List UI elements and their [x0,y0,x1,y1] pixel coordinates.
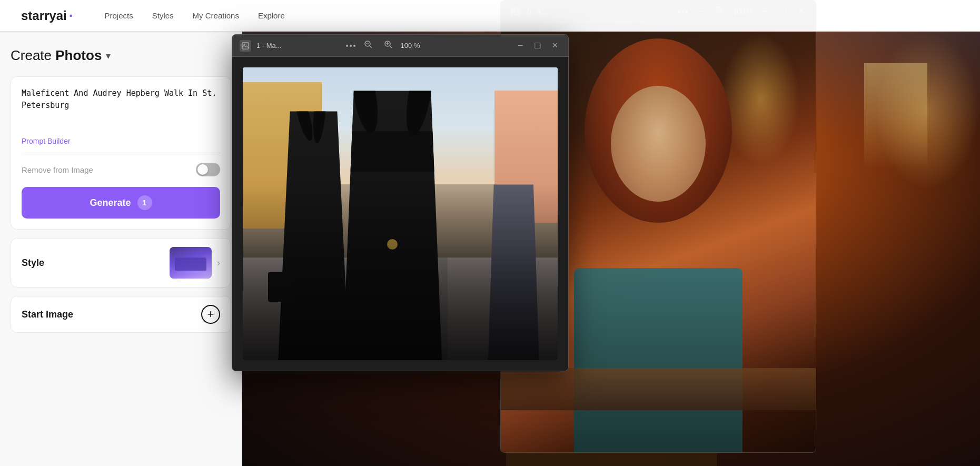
remove-toggle[interactable] [196,163,220,176]
prompt-input[interactable]: Maleficent And Audrey Hepberg Walk In St… [22,87,220,130]
logo-symbol: · [69,7,73,24]
top-navigation: starryai· Projects Styles My Creations E… [0,0,980,32]
svg-rect-6 [242,42,249,48]
generate-badge: 1 [137,195,152,210]
svg-point-7 [244,44,245,45]
maleficent-overlay [243,184,558,360]
window-front-minimize[interactable]: − [514,39,527,52]
logo-text: starryai [21,8,67,23]
window-front: 1 - Ma... 100 % − □ × [232,34,569,371]
create-title-chevron[interactable]: ▾ [106,50,111,62]
prompt-builder-link[interactable]: Prompt Builder [22,137,220,145]
window-front-close[interactable]: × [549,39,561,52]
style-label: Style [22,257,44,269]
create-normal-text: Create [11,47,55,63]
nav-my-creations[interactable]: My Creations [193,11,239,20]
style-card[interactable]: Style Photography › [11,238,231,287]
generate-button-label: Generate [90,197,131,209]
window-front-menu-dots[interactable] [346,45,355,47]
window-front-titlebar: 1 - Ma... 100 % − □ × [232,35,568,57]
prompt-card: Maleficent And Audrey Hepberg Walk In St… [11,76,231,230]
nav-explore[interactable]: Explore [258,11,285,20]
create-title-text: Create Photos [11,47,102,64]
add-icon: + [207,309,214,320]
toggle-knob [197,164,208,175]
window-front-title: 1 - Ma... [256,42,341,49]
style-thumb-area: Photography › [170,247,220,279]
maleficent-image [243,67,558,360]
start-image-label: Start Image [22,309,73,320]
svg-line-12 [390,46,392,48]
nav-styles[interactable]: Styles [152,11,174,20]
window-front-restore[interactable]: □ [532,39,544,52]
nav-projects[interactable]: Projects [105,11,133,20]
nav-links: Projects Styles My Creations Explore [105,11,285,21]
remove-from-image-row: Remove from Image [22,161,220,179]
svg-line-9 [370,46,372,48]
create-title-area: Create Photos ▾ [11,47,231,64]
style-chevron: › [217,257,220,269]
window-front-content [232,57,568,371]
logo: starryai· [21,7,73,24]
window-front-image-icon [240,40,251,52]
sidebar: Create Photos ▾ Maleficent And Audrey He… [0,32,242,466]
window-front-zoom-out[interactable] [361,39,375,52]
style-thumbnail: Photography [170,247,212,279]
window-front-zoom-in[interactable] [381,39,395,52]
start-image-add-button[interactable]: + [201,305,220,324]
create-bold-text: Photos [55,47,102,63]
window-front-zoom-level: 100 % [401,42,420,49]
start-image-card: Start Image + [11,296,231,333]
generate-button[interactable]: Generate 1 [22,187,220,219]
remove-from-image-label: Remove from Image [22,165,93,174]
divider [22,153,220,153]
